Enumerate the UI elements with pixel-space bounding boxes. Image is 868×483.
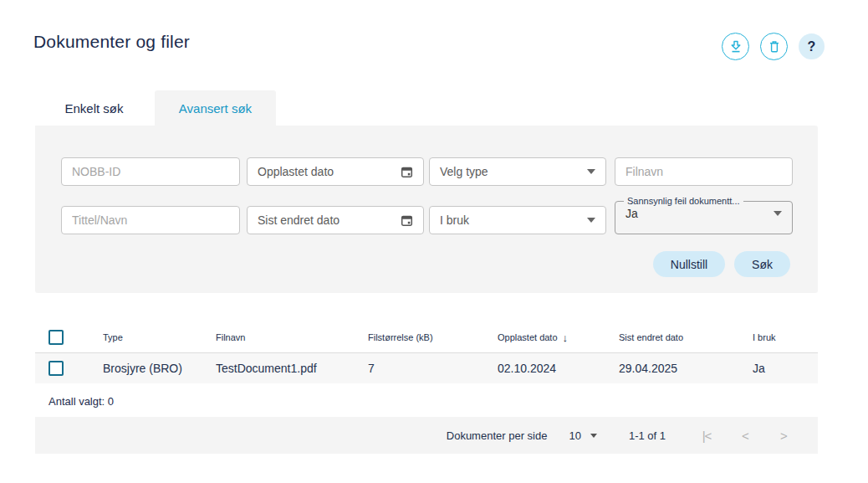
next-page-icon[interactable]: > xyxy=(764,429,803,443)
tittel-navn-input[interactable] xyxy=(61,206,240,234)
sist-endret-dato-label: Sist endret dato xyxy=(258,213,340,227)
opplastet-dato-datepicker[interactable]: Opplastet dato xyxy=(247,157,424,186)
documents-table: Type Filnavn Filstørrelse (kB) Opplastet… xyxy=(35,322,818,383)
sort-desc-icon[interactable]: ↓ xyxy=(563,331,569,344)
column-header-filstorrelse[interactable]: Filstørrelse (kB) xyxy=(368,332,498,342)
tab-enkelt-sok[interactable]: Enkelt søk xyxy=(33,90,155,126)
cell-i-bruk: Ja xyxy=(753,362,818,375)
opplastet-dato-label: Opplastet dato xyxy=(258,165,334,178)
sannsynlig-feil-label: Sannsynlig feil dokumentt... xyxy=(624,196,743,206)
help-button[interactable]: ? xyxy=(799,33,825,59)
delete-button[interactable] xyxy=(760,33,788,60)
i-bruk-select[interactable]: I bruk xyxy=(429,206,606,234)
column-header-i-bruk[interactable]: I bruk xyxy=(753,332,818,342)
tab-avansert-sok[interactable]: Avansert søk xyxy=(155,90,276,126)
column-header-filnavn[interactable]: Filnavn xyxy=(216,332,368,342)
calendar-icon xyxy=(401,166,413,178)
header-actions: ? xyxy=(722,33,825,60)
column-header-sist-endret-dato[interactable]: Sist endret dato xyxy=(619,332,753,342)
cell-type: Brosjyre (BRO) xyxy=(103,362,216,375)
chevron-down-icon xyxy=(774,211,782,216)
nobb-id-input[interactable] xyxy=(61,157,240,186)
search-button[interactable]: Søk xyxy=(734,251,790,277)
download-icon xyxy=(729,40,743,54)
reset-button[interactable]: Nullstill xyxy=(653,251,725,277)
velg-type-label: Velg type xyxy=(440,165,488,178)
search-tabs: Enkelt søk Avansert søk xyxy=(33,90,276,126)
page-nav: |< < > xyxy=(687,429,803,443)
sist-endret-dato-datepicker[interactable]: Sist endret dato xyxy=(247,206,424,234)
prev-page-icon[interactable]: < xyxy=(726,429,764,443)
selected-count: Antall valgt: 0 xyxy=(49,395,114,408)
table-header-row: Type Filnavn Filstørrelse (kB) Opplastet… xyxy=(35,322,818,353)
calendar-icon xyxy=(401,214,413,227)
sannsynlig-feil-select[interactable]: Sannsynlig feil dokumentt... Ja xyxy=(615,196,793,234)
velg-type-select[interactable]: Velg type xyxy=(429,157,606,186)
pagination-bar: Dokumenter per side 10 1-1 of 1 |< < > xyxy=(35,417,818,454)
filnavn-input[interactable] xyxy=(615,157,793,186)
row-checkbox[interactable] xyxy=(49,361,64,376)
sannsynlig-feil-value: Ja xyxy=(625,207,638,220)
documents-page: Dokumenter og filer ? Enkelt xyxy=(0,0,868,483)
page-range-label: 1-1 of 1 xyxy=(629,429,666,442)
first-page-icon[interactable]: |< xyxy=(687,429,726,443)
chevron-down-icon xyxy=(587,169,595,174)
question-mark-icon: ? xyxy=(808,39,816,54)
page-title: Dokumenter og filer xyxy=(33,32,190,52)
per-page-label: Dokumenter per side xyxy=(447,429,548,442)
chevron-down-icon xyxy=(590,434,597,438)
cell-filnavn: TestDocument1.pdf xyxy=(216,362,368,375)
per-page-value: 10 xyxy=(569,429,580,442)
select-all-checkbox[interactable] xyxy=(49,330,64,345)
column-header-opplastet-dato[interactable]: Opplastet dato ↓ xyxy=(498,331,619,344)
cell-filstorrelse: 7 xyxy=(368,362,498,375)
download-button[interactable] xyxy=(722,33,749,60)
cell-opplastet-dato: 02.10.2024 xyxy=(498,362,619,375)
i-bruk-label: I bruk xyxy=(440,213,469,227)
advanced-search-panel: Opplastet dato Velg type Sist endret dat… xyxy=(35,126,818,293)
column-header-type[interactable]: Type xyxy=(103,332,216,342)
cell-sist-endret-dato: 29.04.2025 xyxy=(619,362,753,375)
table-row: Brosjyre (BRO) TestDocument1.pdf 7 02.10… xyxy=(35,353,818,383)
trash-icon xyxy=(768,40,781,54)
panel-buttons: Nullstill Søk xyxy=(653,251,790,277)
chevron-down-icon xyxy=(587,218,595,223)
per-page-select[interactable]: 10 xyxy=(569,429,596,442)
